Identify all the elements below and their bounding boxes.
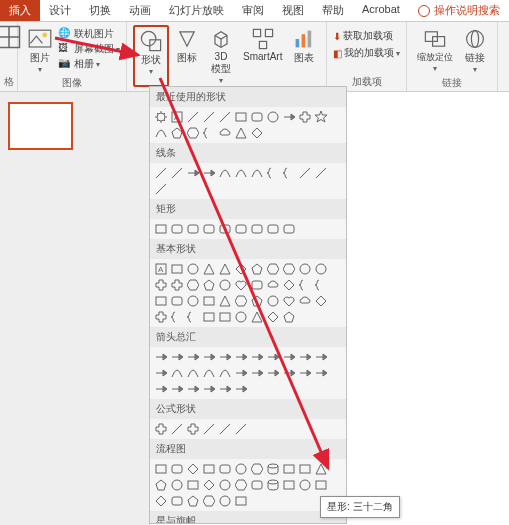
shape-item[interactable]: [266, 278, 280, 292]
shape-item[interactable]: [314, 166, 328, 180]
shape-item[interactable]: [170, 462, 184, 476]
shape-item[interactable]: [234, 126, 248, 140]
tab-help[interactable]: 帮助: [313, 0, 353, 21]
shape-item[interactable]: [186, 126, 200, 140]
shape-item[interactable]: [282, 110, 296, 124]
shape-item[interactable]: [186, 166, 200, 180]
shape-item[interactable]: [218, 262, 232, 276]
shape-item[interactable]: [154, 462, 168, 476]
shape-item[interactable]: [298, 294, 312, 308]
shape-item[interactable]: [170, 222, 184, 236]
tab-transition[interactable]: 切换: [80, 0, 120, 21]
shape-item[interactable]: [154, 278, 168, 292]
shape-item[interactable]: [250, 478, 264, 492]
shape-item[interactable]: [298, 350, 312, 364]
shape-item[interactable]: [186, 278, 200, 292]
shape-item[interactable]: [154, 478, 168, 492]
chart-button[interactable]: 图表: [288, 25, 320, 87]
shape-item[interactable]: [202, 494, 216, 508]
shape-item[interactable]: [186, 310, 200, 324]
shape-item[interactable]: [218, 494, 232, 508]
shape-item[interactable]: [202, 478, 216, 492]
shape-item[interactable]: [186, 462, 200, 476]
shape-item[interactable]: [218, 478, 232, 492]
shape-item[interactable]: [266, 110, 280, 124]
shape-item[interactable]: [298, 478, 312, 492]
shape-item[interactable]: [218, 310, 232, 324]
shape-item[interactable]: [202, 110, 216, 124]
shape-item[interactable]: [186, 382, 200, 396]
shape-item[interactable]: [186, 478, 200, 492]
tab-acrobat[interactable]: Acrobat: [353, 0, 409, 21]
shape-item[interactable]: [186, 350, 200, 364]
zoom-button[interactable]: 缩放定位 ▾: [413, 25, 457, 76]
shapes-dropdown-panel[interactable]: 最近使用的形状 A 线条 矩形 基本形状 A 箭头总汇 公式形状 流程图 星与旗…: [149, 86, 347, 524]
shape-item[interactable]: [170, 262, 184, 276]
shape-item[interactable]: [170, 422, 184, 436]
shape-item[interactable]: [266, 478, 280, 492]
shape-item[interactable]: [234, 294, 248, 308]
shape-item[interactable]: [250, 350, 264, 364]
shape-item[interactable]: [266, 366, 280, 380]
screenshot-button[interactable]: 🖼屏幕截图▾: [58, 42, 120, 56]
smartart-button[interactable]: SmartArt: [239, 25, 286, 87]
slide-thumbnail-1[interactable]: [8, 102, 73, 150]
shape-item[interactable]: [314, 366, 328, 380]
shape-item[interactable]: [266, 166, 280, 180]
icons-button[interactable]: 图标: [171, 25, 203, 87]
shape-item[interactable]: [170, 310, 184, 324]
shape-item[interactable]: [250, 366, 264, 380]
shape-item[interactable]: [202, 310, 216, 324]
shape-item[interactable]: [250, 166, 264, 180]
shape-item[interactable]: [298, 262, 312, 276]
shape-item[interactable]: [298, 166, 312, 180]
shape-item[interactable]: [234, 366, 248, 380]
shape-item[interactable]: [234, 166, 248, 180]
shape-item[interactable]: [250, 462, 264, 476]
shape-item[interactable]: [282, 222, 296, 236]
shape-item[interactable]: [170, 366, 184, 380]
shape-item[interactable]: [154, 494, 168, 508]
shape-item[interactable]: [250, 310, 264, 324]
tab-design[interactable]: 设计: [40, 0, 80, 21]
shape-item[interactable]: [250, 126, 264, 140]
shape-item[interactable]: [282, 278, 296, 292]
shape-item[interactable]: A: [154, 262, 168, 276]
picture-button[interactable]: 图片 ▾: [24, 25, 56, 76]
shape-item[interactable]: [186, 110, 200, 124]
shape-item[interactable]: [202, 382, 216, 396]
shape-item[interactable]: [314, 350, 328, 364]
shape-item[interactable]: [282, 366, 296, 380]
shape-item[interactable]: [202, 262, 216, 276]
shape-item[interactable]: [298, 278, 312, 292]
album-button[interactable]: 📷相册▾: [58, 57, 120, 71]
shape-item[interactable]: [234, 262, 248, 276]
shape-item[interactable]: [218, 422, 232, 436]
shape-item[interactable]: [234, 494, 248, 508]
shape-item[interactable]: A: [170, 110, 184, 124]
shape-item[interactable]: [218, 294, 232, 308]
shape-item[interactable]: [154, 382, 168, 396]
shape-item[interactable]: [170, 166, 184, 180]
shape-item[interactable]: [202, 222, 216, 236]
shape-item[interactable]: [250, 262, 264, 276]
shape-item[interactable]: [154, 166, 168, 180]
shape-item[interactable]: [314, 278, 328, 292]
shape-item[interactable]: [154, 110, 168, 124]
shape-item[interactable]: [234, 110, 248, 124]
shape-item[interactable]: [218, 350, 232, 364]
shape-item[interactable]: [186, 222, 200, 236]
shape-item[interactable]: [202, 462, 216, 476]
online-pic-button[interactable]: 🌐联机图片: [58, 27, 120, 41]
shape-item[interactable]: [282, 462, 296, 476]
shape-item[interactable]: [202, 350, 216, 364]
shape-item[interactable]: [170, 350, 184, 364]
tab-view[interactable]: 视图: [273, 0, 313, 21]
shape-item[interactable]: [234, 350, 248, 364]
shape-item[interactable]: [234, 278, 248, 292]
shape-item[interactable]: [218, 462, 232, 476]
shape-item[interactable]: [314, 294, 328, 308]
shape-item[interactable]: [250, 294, 264, 308]
shape-item[interactable]: [218, 278, 232, 292]
shape-item[interactable]: [266, 310, 280, 324]
